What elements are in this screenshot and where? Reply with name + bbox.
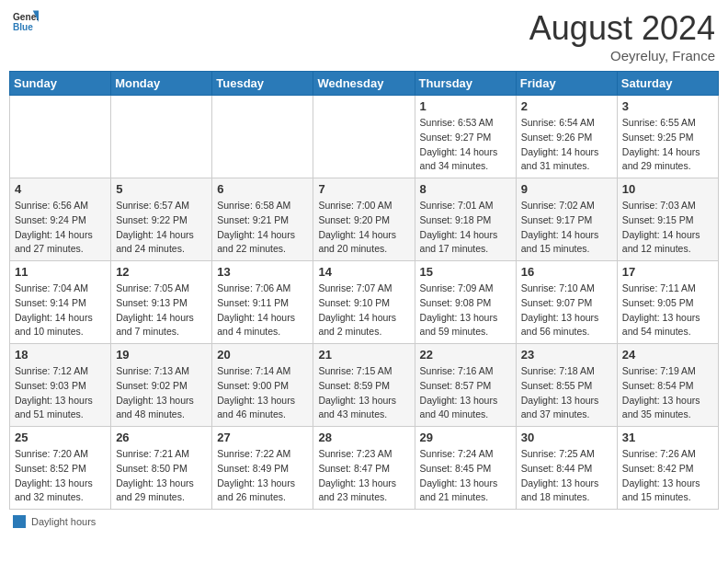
day-number: 5 bbox=[116, 182, 207, 196]
col-monday: Monday bbox=[111, 72, 212, 96]
calendar-cell: 14Sunrise: 7:07 AM Sunset: 9:10 PM Dayli… bbox=[313, 261, 415, 344]
day-info: Sunrise: 7:00 AM Sunset: 9:20 PM Dayligh… bbox=[318, 199, 409, 257]
day-info: Sunrise: 7:22 AM Sunset: 8:49 PM Dayligh… bbox=[217, 447, 308, 505]
day-number: 3 bbox=[622, 99, 713, 113]
day-info: Sunrise: 7:24 AM Sunset: 8:45 PM Dayligh… bbox=[420, 447, 511, 505]
calendar-cell: 17Sunrise: 7:11 AM Sunset: 9:05 PM Dayli… bbox=[617, 261, 718, 344]
calendar-cell: 27Sunrise: 7:22 AM Sunset: 8:49 PM Dayli… bbox=[212, 427, 313, 510]
calendar-cell: 25Sunrise: 7:20 AM Sunset: 8:52 PM Dayli… bbox=[10, 427, 111, 510]
day-info: Sunrise: 7:20 AM Sunset: 8:52 PM Dayligh… bbox=[15, 447, 106, 505]
col-tuesday: Tuesday bbox=[212, 72, 313, 96]
day-number: 27 bbox=[217, 431, 308, 444]
day-number: 1 bbox=[420, 99, 511, 113]
day-info: Sunrise: 7:12 AM Sunset: 9:03 PM Dayligh… bbox=[15, 364, 106, 422]
day-number: 6 bbox=[217, 182, 308, 196]
day-number: 8 bbox=[420, 182, 511, 196]
day-info: Sunrise: 7:02 AM Sunset: 9:17 PM Dayligh… bbox=[521, 199, 612, 257]
col-sunday: Sunday bbox=[10, 72, 111, 96]
calendar-week-row: 25Sunrise: 7:20 AM Sunset: 8:52 PM Dayli… bbox=[10, 427, 719, 510]
day-info: Sunrise: 6:56 AM Sunset: 9:24 PM Dayligh… bbox=[15, 199, 106, 257]
day-info: Sunrise: 7:25 AM Sunset: 8:44 PM Dayligh… bbox=[521, 447, 612, 505]
day-number: 10 bbox=[622, 182, 713, 196]
calendar-cell: 29Sunrise: 7:24 AM Sunset: 8:45 PM Dayli… bbox=[415, 427, 516, 510]
day-info: Sunrise: 6:55 AM Sunset: 9:25 PM Dayligh… bbox=[622, 116, 713, 174]
calendar-week-row: 18Sunrise: 7:12 AM Sunset: 9:03 PM Dayli… bbox=[10, 344, 719, 427]
legend-box bbox=[13, 515, 26, 528]
day-number: 26 bbox=[116, 431, 207, 444]
day-info: Sunrise: 7:16 AM Sunset: 8:57 PM Dayligh… bbox=[420, 364, 511, 422]
day-number: 24 bbox=[622, 348, 713, 362]
calendar-cell: 9Sunrise: 7:02 AM Sunset: 9:17 PM Daylig… bbox=[516, 178, 617, 261]
day-number: 31 bbox=[622, 431, 713, 444]
calendar-cell: 16Sunrise: 7:10 AM Sunset: 9:07 PM Dayli… bbox=[516, 261, 617, 344]
day-info: Sunrise: 7:03 AM Sunset: 9:15 PM Dayligh… bbox=[622, 199, 713, 257]
day-info: Sunrise: 7:15 AM Sunset: 8:59 PM Dayligh… bbox=[318, 364, 409, 422]
header: General Blue August 2024 Oeyreluy, Franc… bbox=[9, 9, 719, 63]
day-info: Sunrise: 7:06 AM Sunset: 9:11 PM Dayligh… bbox=[217, 282, 308, 339]
day-number: 22 bbox=[420, 348, 511, 362]
calendar-cell bbox=[313, 96, 415, 178]
calendar-cell: 7Sunrise: 7:00 AM Sunset: 9:20 PM Daylig… bbox=[313, 178, 415, 261]
calendar-cell: 26Sunrise: 7:21 AM Sunset: 8:50 PM Dayli… bbox=[111, 427, 212, 510]
day-info: Sunrise: 7:04 AM Sunset: 9:14 PM Dayligh… bbox=[15, 282, 106, 339]
day-info: Sunrise: 7:23 AM Sunset: 8:47 PM Dayligh… bbox=[318, 447, 409, 505]
day-number: 28 bbox=[318, 431, 409, 444]
day-number: 14 bbox=[318, 265, 409, 279]
calendar-cell: 11Sunrise: 7:04 AM Sunset: 9:14 PM Dayli… bbox=[10, 261, 111, 344]
day-info: Sunrise: 6:58 AM Sunset: 9:21 PM Dayligh… bbox=[217, 199, 308, 257]
col-saturday: Saturday bbox=[617, 72, 718, 96]
day-info: Sunrise: 6:54 AM Sunset: 9:26 PM Dayligh… bbox=[521, 116, 612, 174]
calendar-cell bbox=[212, 96, 313, 178]
calendar-week-row: 1Sunrise: 6:53 AM Sunset: 9:27 PM Daylig… bbox=[10, 96, 719, 178]
day-info: Sunrise: 7:10 AM Sunset: 9:07 PM Dayligh… bbox=[521, 282, 612, 339]
calendar-cell: 1Sunrise: 6:53 AM Sunset: 9:27 PM Daylig… bbox=[415, 96, 516, 178]
day-number: 11 bbox=[15, 265, 106, 279]
calendar-cell: 20Sunrise: 7:14 AM Sunset: 9:00 PM Dayli… bbox=[212, 344, 313, 427]
location: Oeyreluy, France bbox=[529, 48, 715, 63]
day-info: Sunrise: 6:53 AM Sunset: 9:27 PM Dayligh… bbox=[420, 116, 511, 174]
day-number: 30 bbox=[521, 431, 612, 444]
calendar-cell: 5Sunrise: 6:57 AM Sunset: 9:22 PM Daylig… bbox=[111, 178, 212, 261]
day-number: 17 bbox=[622, 265, 713, 279]
day-number: 4 bbox=[15, 182, 106, 196]
col-thursday: Thursday bbox=[415, 72, 516, 96]
day-number: 13 bbox=[217, 265, 308, 279]
day-number: 29 bbox=[420, 431, 511, 444]
day-number: 18 bbox=[15, 348, 106, 362]
month-year: August 2024 bbox=[529, 9, 715, 48]
day-info: Sunrise: 7:14 AM Sunset: 9:00 PM Dayligh… bbox=[217, 364, 308, 422]
calendar-cell: 6Sunrise: 6:58 AM Sunset: 9:21 PM Daylig… bbox=[212, 178, 313, 261]
day-number: 20 bbox=[217, 348, 308, 362]
calendar-cell: 28Sunrise: 7:23 AM Sunset: 8:47 PM Dayli… bbox=[313, 427, 415, 510]
day-number: 25 bbox=[15, 431, 106, 444]
legend-label: Daylight hours bbox=[31, 516, 96, 527]
calendar-cell: 10Sunrise: 7:03 AM Sunset: 9:15 PM Dayli… bbox=[617, 178, 718, 261]
col-wednesday: Wednesday bbox=[313, 72, 415, 96]
day-number: 19 bbox=[116, 348, 207, 362]
logo: General Blue bbox=[13, 9, 39, 35]
calendar-cell: 22Sunrise: 7:16 AM Sunset: 8:57 PM Dayli… bbox=[415, 344, 516, 427]
day-info: Sunrise: 7:01 AM Sunset: 9:18 PM Dayligh… bbox=[420, 199, 511, 257]
calendar-cell: 8Sunrise: 7:01 AM Sunset: 9:18 PM Daylig… bbox=[415, 178, 516, 261]
calendar-cell: 12Sunrise: 7:05 AM Sunset: 9:13 PM Dayli… bbox=[111, 261, 212, 344]
calendar-cell: 31Sunrise: 7:26 AM Sunset: 8:42 PM Dayli… bbox=[617, 427, 718, 510]
calendar-cell: 4Sunrise: 6:56 AM Sunset: 9:24 PM Daylig… bbox=[10, 178, 111, 261]
day-number: 21 bbox=[318, 348, 409, 362]
day-info: Sunrise: 7:11 AM Sunset: 9:05 PM Dayligh… bbox=[622, 282, 713, 339]
day-info: Sunrise: 7:21 AM Sunset: 8:50 PM Dayligh… bbox=[116, 447, 207, 505]
day-number: 16 bbox=[521, 265, 612, 279]
title-block: August 2024 Oeyreluy, France bbox=[529, 9, 715, 63]
calendar-cell: 15Sunrise: 7:09 AM Sunset: 9:08 PM Dayli… bbox=[415, 261, 516, 344]
calendar-cell: 24Sunrise: 7:19 AM Sunset: 8:54 PM Dayli… bbox=[617, 344, 718, 427]
legend: Daylight hours bbox=[9, 515, 719, 528]
day-info: Sunrise: 7:07 AM Sunset: 9:10 PM Dayligh… bbox=[318, 282, 409, 339]
calendar-cell bbox=[10, 96, 111, 178]
calendar-cell: 3Sunrise: 6:55 AM Sunset: 9:25 PM Daylig… bbox=[617, 96, 718, 178]
day-info: Sunrise: 7:18 AM Sunset: 8:55 PM Dayligh… bbox=[521, 364, 612, 422]
calendar-cell: 19Sunrise: 7:13 AM Sunset: 9:02 PM Dayli… bbox=[111, 344, 212, 427]
calendar-cell bbox=[111, 96, 212, 178]
calendar-cell: 2Sunrise: 6:54 AM Sunset: 9:26 PM Daylig… bbox=[516, 96, 617, 178]
day-number: 12 bbox=[116, 265, 207, 279]
day-info: Sunrise: 6:57 AM Sunset: 9:22 PM Dayligh… bbox=[116, 199, 207, 257]
calendar-cell: 18Sunrise: 7:12 AM Sunset: 9:03 PM Dayli… bbox=[10, 344, 111, 427]
